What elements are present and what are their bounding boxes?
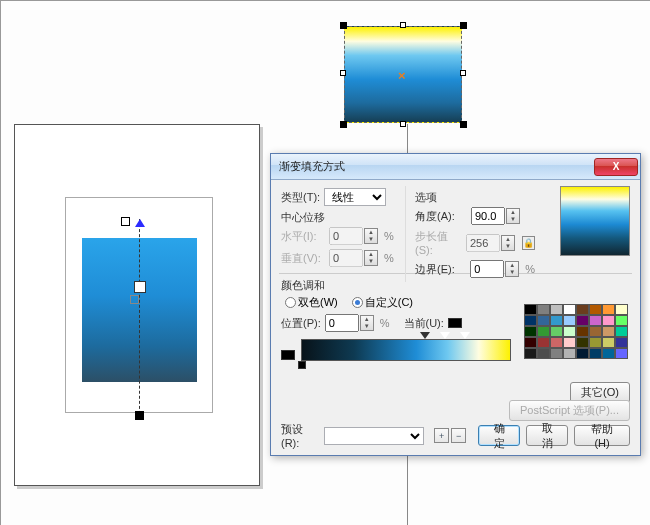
handle-top[interactable]: [121, 217, 130, 226]
palette-swatch[interactable]: [589, 348, 602, 359]
start-color-swatch[interactable]: [281, 350, 295, 360]
palette-swatch[interactable]: [563, 337, 576, 348]
horizontal-input: [329, 227, 363, 245]
color-palette: [524, 304, 630, 359]
palette-swatch[interactable]: [576, 304, 589, 315]
palette-swatch[interactable]: [537, 326, 550, 337]
palette-swatch[interactable]: [615, 304, 628, 315]
two-color-radio[interactable]: [285, 297, 296, 308]
type-select[interactable]: 线性: [324, 188, 386, 206]
gradient-marker[interactable]: [440, 332, 450, 339]
angle-label: 角度(A):: [415, 209, 467, 224]
palette-swatch[interactable]: [524, 304, 537, 315]
palette-swatch[interactable]: [615, 315, 628, 326]
guide-line: [407, 455, 408, 525]
step-input: [466, 234, 500, 252]
palette-swatch[interactable]: [550, 315, 563, 326]
palette-swatch[interactable]: [615, 326, 628, 337]
palette-swatch[interactable]: [524, 326, 537, 337]
palette-swatch[interactable]: [524, 348, 537, 359]
gradient-fill-dialog: 渐变填充方式 X 类型(T): 线性 中心位移 水平(I): ▲▼ % 垂直(V…: [270, 153, 641, 456]
titlebar[interactable]: 渐变填充方式 X: [271, 154, 640, 180]
spinner: ▲▼: [501, 235, 515, 251]
palette-swatch[interactable]: [576, 326, 589, 337]
close-button[interactable]: X: [594, 158, 638, 176]
gradient-midpoint-ghost: [130, 295, 139, 304]
current-label: 当前(U):: [404, 316, 444, 331]
palette-swatch[interactable]: [537, 304, 550, 315]
preset-label: 预设(R):: [281, 422, 318, 449]
handle-bottom[interactable]: [135, 411, 144, 420]
palette-swatch[interactable]: [537, 337, 550, 348]
palette-swatch[interactable]: [563, 304, 576, 315]
dialog-title: 渐变填充方式: [279, 159, 594, 174]
edge-input[interactable]: [470, 260, 504, 278]
current-color-swatch[interactable]: [448, 318, 462, 328]
gradient-axis[interactable]: [139, 219, 140, 419]
gradient-marker[interactable]: [420, 332, 430, 339]
sel-handle[interactable]: [460, 22, 467, 29]
palette-swatch[interactable]: [550, 348, 563, 359]
palette-swatch[interactable]: [589, 326, 602, 337]
horizontal-label: 水平(I):: [281, 229, 325, 244]
palette-swatch[interactable]: [589, 304, 602, 315]
type-label: 类型(T):: [281, 190, 320, 205]
sel-handle[interactable]: [400, 22, 406, 28]
remove-preset-icon[interactable]: −: [451, 428, 466, 443]
palette-swatch[interactable]: [602, 326, 615, 337]
palette-swatch[interactable]: [524, 337, 537, 348]
palette-swatch[interactable]: [563, 315, 576, 326]
palette-swatch[interactable]: [524, 315, 537, 326]
help-button[interactable]: 帮助(H): [574, 425, 630, 446]
palette-swatch[interactable]: [602, 348, 615, 359]
gradient-arrow-icon: [135, 219, 145, 227]
spinner[interactable]: ▲▼: [506, 208, 520, 224]
sel-handle[interactable]: [340, 121, 347, 128]
center-offset-label: 中心位移: [281, 210, 409, 225]
sel-handle[interactable]: [400, 121, 406, 127]
palette-swatch[interactable]: [615, 348, 628, 359]
spinner: ▲▼: [364, 250, 378, 266]
palette-swatch[interactable]: [602, 315, 615, 326]
spinner: ▲▼: [364, 228, 378, 244]
center-marker-icon: ×: [398, 68, 406, 83]
step-label: 步长值(S):: [415, 229, 462, 256]
position-label: 位置(P):: [281, 316, 321, 331]
palette-swatch[interactable]: [589, 315, 602, 326]
palette-swatch[interactable]: [550, 326, 563, 337]
preset-select[interactable]: [324, 427, 425, 445]
spinner[interactable]: ▲▼: [360, 315, 374, 331]
palette-swatch[interactable]: [589, 337, 602, 348]
palette-swatch[interactable]: [576, 348, 589, 359]
position-input[interactable]: [325, 314, 359, 332]
vertical-input: [329, 249, 363, 267]
palette-swatch[interactable]: [550, 304, 563, 315]
palette-swatch[interactable]: [615, 337, 628, 348]
palette-swatch[interactable]: [576, 337, 589, 348]
sel-handle[interactable]: [340, 22, 347, 29]
palette-swatch[interactable]: [550, 337, 563, 348]
add-preset-icon[interactable]: +: [434, 428, 449, 443]
palette-swatch[interactable]: [563, 326, 576, 337]
sel-handle[interactable]: [460, 70, 466, 76]
gradient-preview: [560, 186, 630, 256]
edge-label: 边界(E):: [415, 262, 466, 277]
gradient-midpoint-handle[interactable]: [134, 281, 146, 293]
palette-swatch[interactable]: [602, 337, 615, 348]
sel-handle[interactable]: [340, 70, 346, 76]
gradient-stop[interactable]: [298, 361, 306, 369]
palette-swatch[interactable]: [537, 315, 550, 326]
palette-swatch[interactable]: [602, 304, 615, 315]
palette-swatch[interactable]: [563, 348, 576, 359]
spinner[interactable]: ▲▼: [505, 261, 519, 277]
custom-radio[interactable]: [352, 297, 363, 308]
cancel-button[interactable]: 取消: [526, 425, 568, 446]
palette-swatch[interactable]: [576, 315, 589, 326]
gradient-marker[interactable]: [460, 332, 470, 339]
angle-input[interactable]: [471, 207, 505, 225]
palette-swatch[interactable]: [537, 348, 550, 359]
lock-icon[interactable]: 🔒: [522, 236, 535, 250]
ok-button[interactable]: 确定: [478, 425, 520, 446]
gradient-bar[interactable]: [301, 339, 511, 361]
sel-handle[interactable]: [460, 121, 467, 128]
